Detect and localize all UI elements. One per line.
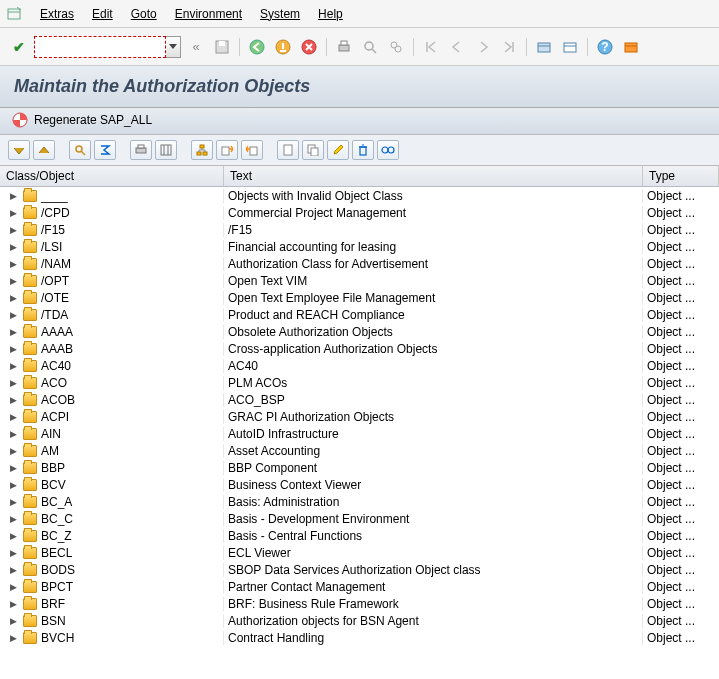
table-row[interactable]: ▶/F15/F15Object ...	[0, 221, 719, 238]
expand-icon[interactable]: ▶	[10, 531, 19, 541]
delete-icon[interactable]	[352, 140, 374, 160]
table-row[interactable]: ▶/LSIFinancial accounting for leasingObj…	[0, 238, 719, 255]
create-icon[interactable]	[277, 140, 299, 160]
copy-icon[interactable]	[302, 140, 324, 160]
prev-page-icon[interactable]	[446, 36, 468, 58]
column-text[interactable]: Text	[224, 166, 643, 186]
menu-extras[interactable]: Extras	[32, 5, 82, 23]
shortcut-icon[interactable]	[559, 36, 581, 58]
table-row[interactable]: ▶/NAMAuthorization Class for Advertiseme…	[0, 255, 719, 272]
command-dropdown[interactable]	[166, 36, 181, 58]
sum-icon[interactable]	[94, 140, 116, 160]
expand-icon[interactable]: ▶	[10, 412, 19, 422]
expand-icon[interactable]: ▶	[10, 310, 19, 320]
expand-icon[interactable]: ▶	[10, 259, 19, 269]
expand-icon[interactable]: ▶	[10, 395, 19, 405]
class-label: BBP	[41, 461, 65, 475]
table-row[interactable]: ▶AMAsset AccountingObject ...	[0, 442, 719, 459]
column-type[interactable]: Type	[643, 166, 719, 186]
expand-icon[interactable]: ▶	[10, 293, 19, 303]
expand-icon[interactable]: ▶	[10, 225, 19, 235]
expand-all-icon[interactable]	[8, 140, 30, 160]
tree-rows-container[interactable]: ▶____Objects with Invalid Object ClassOb…	[0, 187, 719, 679]
expand-icon[interactable]: ▶	[10, 616, 19, 626]
table-row[interactable]: ▶AC40AC40Object ...	[0, 357, 719, 374]
table-row[interactable]: ▶AINAutoID InfrastructureObject ...	[0, 425, 719, 442]
save-icon[interactable]	[211, 36, 233, 58]
find-app-icon[interactable]	[69, 140, 91, 160]
menu-edit[interactable]: Edit	[84, 5, 121, 23]
export-icon[interactable]	[216, 140, 238, 160]
last-page-icon[interactable]	[498, 36, 520, 58]
back-nav-icon[interactable]	[246, 36, 268, 58]
command-field[interactable]	[34, 36, 166, 58]
table-row[interactable]: ▶BECLECL ViewerObject ...	[0, 544, 719, 561]
window-icon[interactable]	[6, 6, 22, 22]
menu-environment[interactable]: Environment	[167, 5, 250, 23]
table-row[interactable]: ▶AAABCross-application Authorization Obj…	[0, 340, 719, 357]
expand-icon[interactable]: ▶	[10, 429, 19, 439]
back-button[interactable]: «	[185, 36, 207, 58]
table-row[interactable]: ▶BSNAuthorization objects for BSN AgentO…	[0, 612, 719, 629]
expand-icon[interactable]: ▶	[10, 633, 19, 643]
table-row[interactable]: ▶ACOBACO_BSPObject ...	[0, 391, 719, 408]
columns-icon[interactable]	[155, 140, 177, 160]
table-row[interactable]: ▶BC_CBasis - Development EnvironmentObje…	[0, 510, 719, 527]
expand-icon[interactable]: ▶	[10, 242, 19, 252]
first-page-icon[interactable]	[420, 36, 442, 58]
table-row[interactable]: ▶ACPIGRAC PI Authorization ObjectsObject…	[0, 408, 719, 425]
table-row[interactable]: ▶/CPDCommercial Project ManagementObject…	[0, 204, 719, 221]
expand-icon[interactable]: ▶	[10, 548, 19, 558]
expand-icon[interactable]: ▶	[10, 565, 19, 575]
regenerate-label[interactable]: Regenerate SAP_ALL	[34, 113, 152, 127]
table-row[interactable]: ▶/TDAProduct and REACH ComplianceObject …	[0, 306, 719, 323]
cancel-icon[interactable]	[298, 36, 320, 58]
import-icon[interactable]	[241, 140, 263, 160]
column-class[interactable]: Class/Object	[0, 166, 224, 186]
expand-icon[interactable]: ▶	[10, 446, 19, 456]
expand-icon[interactable]: ▶	[10, 208, 19, 218]
print-app-icon[interactable]	[130, 140, 152, 160]
expand-icon[interactable]: ▶	[10, 191, 19, 201]
menu-help[interactable]: Help	[310, 5, 351, 23]
table-row[interactable]: ▶ACOPLM ACOsObject ...	[0, 374, 719, 391]
expand-icon[interactable]: ▶	[10, 497, 19, 507]
table-row[interactable]: ▶BC_ABasis: AdministrationObject ...	[0, 493, 719, 510]
table-row[interactable]: ▶BBPBBP ComponentObject ...	[0, 459, 719, 476]
expand-icon[interactable]: ▶	[10, 463, 19, 473]
expand-icon[interactable]: ▶	[10, 361, 19, 371]
print-icon[interactable]	[333, 36, 355, 58]
expand-icon[interactable]: ▶	[10, 378, 19, 388]
table-row[interactable]: ▶/OTEOpen Text Employee File ManagementO…	[0, 289, 719, 306]
table-row[interactable]: ▶/OPTOpen Text VIMObject ...	[0, 272, 719, 289]
find-icon[interactable]	[359, 36, 381, 58]
next-page-icon[interactable]	[472, 36, 494, 58]
expand-icon[interactable]: ▶	[10, 599, 19, 609]
table-row[interactable]: ▶____Objects with Invalid Object ClassOb…	[0, 187, 719, 204]
expand-icon[interactable]: ▶	[10, 514, 19, 524]
table-row[interactable]: ▶AAAAObsolete Authorization ObjectsObjec…	[0, 323, 719, 340]
help-icon[interactable]: ?	[594, 36, 616, 58]
collapse-all-icon[interactable]	[33, 140, 55, 160]
enter-button[interactable]: ✔	[8, 36, 30, 58]
expand-icon[interactable]: ▶	[10, 276, 19, 286]
menu-system[interactable]: System	[252, 5, 308, 23]
expand-icon[interactable]: ▶	[10, 344, 19, 354]
new-session-icon[interactable]	[533, 36, 555, 58]
table-row[interactable]: ▶BODSSBOP Data Services Authorization Ob…	[0, 561, 719, 578]
menu-goto[interactable]: Goto	[123, 5, 165, 23]
table-row[interactable]: ▶BVCHContract HandlingObject ...	[0, 629, 719, 646]
table-row[interactable]: ▶BPCTPartner Contact ManagementObject ..…	[0, 578, 719, 595]
find-next-icon[interactable]	[385, 36, 407, 58]
expand-icon[interactable]: ▶	[10, 582, 19, 592]
expand-icon[interactable]: ▶	[10, 480, 19, 490]
edit-icon[interactable]	[327, 140, 349, 160]
table-row[interactable]: ▶BCVBusiness Context ViewerObject ...	[0, 476, 719, 493]
table-row[interactable]: ▶BRFBRF: Business Rule FrameworkObject .…	[0, 595, 719, 612]
hierarchy-icon[interactable]	[191, 140, 213, 160]
glasses-icon[interactable]	[377, 140, 399, 160]
layout-icon[interactable]	[620, 36, 642, 58]
exit-icon[interactable]	[272, 36, 294, 58]
table-row[interactable]: ▶BC_ZBasis - Central FunctionsObject ...	[0, 527, 719, 544]
expand-icon[interactable]: ▶	[10, 327, 19, 337]
